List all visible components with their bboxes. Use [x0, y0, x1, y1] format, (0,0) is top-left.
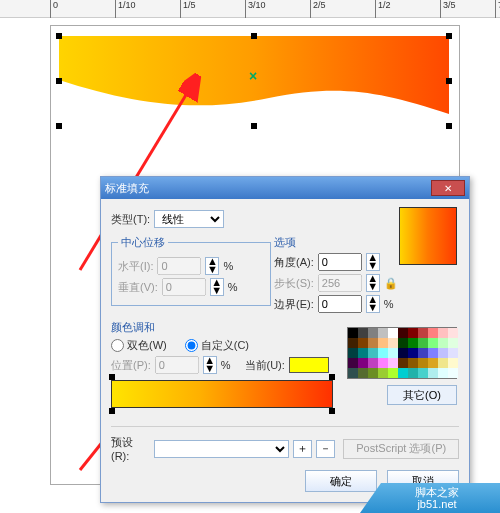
- palette-swatch[interactable]: [408, 348, 418, 358]
- palette-swatch[interactable]: [378, 358, 388, 368]
- palette-swatch[interactable]: [418, 338, 428, 348]
- palette-swatch[interactable]: [368, 348, 378, 358]
- palette-grid[interactable]: [347, 327, 457, 379]
- palette-swatch[interactable]: [438, 348, 448, 358]
- edge-spinner[interactable]: ▲▼: [366, 295, 380, 313]
- palette-swatch[interactable]: [348, 348, 358, 358]
- color-palette: 其它(O): [347, 327, 457, 405]
- ramp-node[interactable]: [109, 408, 115, 414]
- palette-swatch[interactable]: [398, 368, 408, 378]
- ruler-tick: 3/10: [245, 0, 266, 18]
- palette-swatch[interactable]: [358, 358, 368, 368]
- ramp-node[interactable]: [329, 408, 335, 414]
- palette-swatch[interactable]: [368, 338, 378, 348]
- palette-swatch[interactable]: [388, 348, 398, 358]
- palette-swatch[interactable]: [448, 368, 458, 378]
- horizontal-ruler: 0 1/10 1/5 3/10 2/5 1/2 3/5 7/1: [0, 0, 500, 18]
- palette-swatch[interactable]: [368, 358, 378, 368]
- palette-swatch[interactable]: [378, 338, 388, 348]
- two-color-label: 双色(W): [127, 338, 167, 353]
- palette-swatch[interactable]: [418, 358, 428, 368]
- palette-swatch[interactable]: [348, 328, 358, 338]
- palette-swatch[interactable]: [408, 368, 418, 378]
- palette-swatch[interactable]: [358, 338, 368, 348]
- resize-handle[interactable]: [446, 33, 452, 39]
- palette-swatch[interactable]: [348, 358, 358, 368]
- palette-swatch[interactable]: [428, 338, 438, 348]
- resize-handle[interactable]: [56, 33, 62, 39]
- palette-swatch[interactable]: [438, 338, 448, 348]
- resize-handle[interactable]: [251, 33, 257, 39]
- close-button[interactable]: ✕: [431, 180, 465, 196]
- palette-swatch[interactable]: [438, 328, 448, 338]
- palette-swatch[interactable]: [438, 368, 448, 378]
- palette-swatch[interactable]: [388, 328, 398, 338]
- palette-swatch[interactable]: [358, 328, 368, 338]
- palette-swatch[interactable]: [408, 338, 418, 348]
- lock-icon[interactable]: 🔒: [384, 277, 398, 290]
- palette-swatch[interactable]: [448, 358, 458, 368]
- ramp-node[interactable]: [109, 374, 115, 380]
- palette-swatch[interactable]: [388, 368, 398, 378]
- palette-swatch[interactable]: [408, 328, 418, 338]
- palette-swatch[interactable]: [398, 358, 408, 368]
- type-select[interactable]: 线性: [154, 210, 224, 228]
- ok-button[interactable]: 确定: [305, 470, 377, 492]
- pct-label: %: [223, 260, 233, 272]
- position-label: 位置(P):: [111, 358, 151, 373]
- palette-swatch[interactable]: [398, 338, 408, 348]
- palette-swatch[interactable]: [448, 348, 458, 358]
- two-color-radio[interactable]: 双色(W): [111, 338, 167, 353]
- ramp-node[interactable]: [329, 374, 335, 380]
- resize-handle[interactable]: [251, 123, 257, 129]
- add-preset-button[interactable]: ＋: [293, 440, 312, 458]
- horizontal-label: 水平(I):: [118, 259, 153, 274]
- pct-label: %: [384, 298, 394, 310]
- palette-swatch[interactable]: [408, 358, 418, 368]
- palette-swatch[interactable]: [428, 358, 438, 368]
- resize-handle[interactable]: [446, 78, 452, 84]
- resize-handle[interactable]: [56, 78, 62, 84]
- palette-swatch[interactable]: [428, 368, 438, 378]
- palette-swatch[interactable]: [348, 338, 358, 348]
- other-colors-button[interactable]: 其它(O): [387, 385, 457, 405]
- angle-spinner[interactable]: ▲▼: [366, 253, 380, 271]
- vertical-spinner: ▲▼: [210, 278, 224, 296]
- angle-input[interactable]: [318, 253, 362, 271]
- preset-select[interactable]: [154, 440, 289, 458]
- palette-swatch[interactable]: [378, 328, 388, 338]
- postscript-options-button: PostScript 选项(P): [343, 439, 459, 459]
- palette-swatch[interactable]: [388, 358, 398, 368]
- palette-swatch[interactable]: [368, 368, 378, 378]
- palette-swatch[interactable]: [398, 328, 408, 338]
- palette-swatch[interactable]: [358, 348, 368, 358]
- resize-handle[interactable]: [446, 123, 452, 129]
- current-color-swatch[interactable]: [289, 357, 329, 373]
- gradient-ramp[interactable]: [111, 380, 333, 408]
- dialog-title: 标准填充: [105, 181, 149, 196]
- palette-swatch[interactable]: [448, 338, 458, 348]
- selected-shape[interactable]: ×: [59, 36, 449, 126]
- palette-swatch[interactable]: [378, 368, 388, 378]
- palette-swatch[interactable]: [448, 328, 458, 338]
- two-color-radio-input[interactable]: [111, 339, 124, 352]
- center-marker-icon[interactable]: ×: [249, 68, 257, 84]
- palette-swatch[interactable]: [428, 328, 438, 338]
- palette-swatch[interactable]: [428, 348, 438, 358]
- palette-swatch[interactable]: [368, 328, 378, 338]
- palette-swatch[interactable]: [418, 348, 428, 358]
- palette-swatch[interactable]: [378, 348, 388, 358]
- palette-swatch[interactable]: [358, 368, 368, 378]
- remove-preset-button[interactable]: －: [316, 440, 335, 458]
- palette-swatch[interactable]: [348, 368, 358, 378]
- custom-radio[interactable]: 自定义(C): [185, 338, 249, 353]
- palette-swatch[interactable]: [418, 328, 428, 338]
- resize-handle[interactable]: [56, 123, 62, 129]
- palette-swatch[interactable]: [418, 368, 428, 378]
- palette-swatch[interactable]: [398, 348, 408, 358]
- edge-input[interactable]: [318, 295, 362, 313]
- dialog-titlebar[interactable]: 标准填充 ✕: [101, 177, 469, 199]
- palette-swatch[interactable]: [438, 358, 448, 368]
- palette-swatch[interactable]: [388, 338, 398, 348]
- custom-radio-input[interactable]: [185, 339, 198, 352]
